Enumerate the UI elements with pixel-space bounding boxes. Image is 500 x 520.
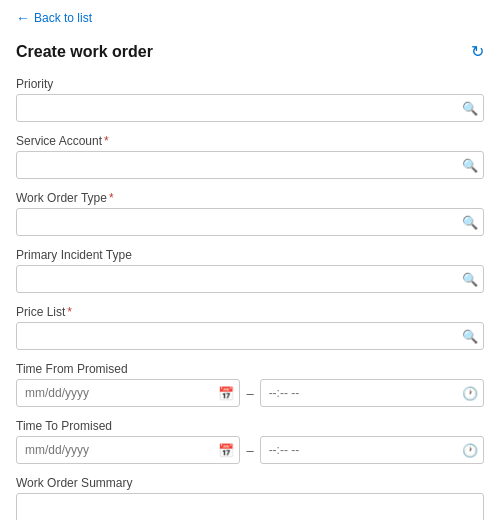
work-order-type-input-wrapper: 🔍 — [16, 208, 484, 236]
page-header: Create work order ↻ — [16, 42, 484, 61]
priority-label: Priority — [16, 77, 484, 91]
primary-incident-type-input-wrapper: 🔍 — [16, 265, 484, 293]
time-from-promised-dash: – — [246, 386, 253, 407]
time-to-promised-dash: – — [246, 443, 253, 464]
work-order-type-required: * — [109, 191, 114, 205]
service-account-input-wrapper: 🔍 — [16, 151, 484, 179]
back-arrow-icon: ← — [16, 10, 30, 26]
time-to-promised-time-wrapper: 🕐 — [260, 436, 484, 464]
work-order-summary-wrapper: ⤡ — [16, 493, 484, 520]
back-link[interactable]: ← Back to list — [16, 10, 484, 26]
time-from-promised-date-wrapper: 📅 — [16, 379, 240, 407]
work-order-type-field-group: Work Order Type* 🔍 — [16, 191, 484, 236]
service-account-required: * — [104, 134, 109, 148]
time-to-promised-date-wrapper: 📅 — [16, 436, 240, 464]
time-to-promised-date-input[interactable] — [16, 436, 240, 464]
work-order-type-label: Work Order Type* — [16, 191, 484, 205]
time-from-promised-date-input[interactable] — [16, 379, 240, 407]
work-order-type-input[interactable] — [16, 208, 484, 236]
time-to-promised-date-group: 📅 — [16, 436, 240, 464]
time-to-promised-field-group: Time To Promised 📅 – 🕐 — [16, 419, 484, 464]
time-from-promised-time-group: 🕐 — [260, 379, 484, 407]
priority-field-group: Priority 🔍 — [16, 77, 484, 122]
time-from-promised-field-group: Time From Promised 📅 – 🕐 — [16, 362, 484, 407]
time-from-promised-row: 📅 – 🕐 — [16, 379, 484, 407]
primary-incident-type-input[interactable] — [16, 265, 484, 293]
time-to-promised-row: 📅 – 🕐 — [16, 436, 484, 464]
create-work-order-page: ← Back to list Create work order ↻ Prior… — [0, 0, 500, 520]
time-to-promised-label: Time To Promised — [16, 419, 484, 433]
page-title: Create work order — [16, 43, 153, 61]
time-to-promised-time-input[interactable] — [260, 436, 484, 464]
priority-input[interactable] — [16, 94, 484, 122]
price-list-input[interactable] — [16, 322, 484, 350]
work-order-summary-textarea[interactable] — [16, 493, 484, 520]
service-account-input[interactable] — [16, 151, 484, 179]
work-order-summary-label: Work Order Summary — [16, 476, 484, 490]
price-list-field-group: Price List* 🔍 — [16, 305, 484, 350]
service-account-field-group: Service Account* 🔍 — [16, 134, 484, 179]
price-list-input-wrapper: 🔍 — [16, 322, 484, 350]
time-from-promised-date-group: 📅 — [16, 379, 240, 407]
priority-input-wrapper: 🔍 — [16, 94, 484, 122]
primary-incident-type-label: Primary Incident Type — [16, 248, 484, 262]
price-list-label: Price List* — [16, 305, 484, 319]
service-account-label: Service Account* — [16, 134, 484, 148]
time-from-promised-label: Time From Promised — [16, 362, 484, 376]
time-from-promised-time-wrapper: 🕐 — [260, 379, 484, 407]
time-to-promised-time-group: 🕐 — [260, 436, 484, 464]
work-order-summary-field-group: Work Order Summary ⤡ — [16, 476, 484, 520]
back-link-text: Back to list — [34, 11, 92, 25]
refresh-icon[interactable]: ↻ — [471, 42, 484, 61]
primary-incident-type-field-group: Primary Incident Type 🔍 — [16, 248, 484, 293]
time-from-promised-time-input[interactable] — [260, 379, 484, 407]
price-list-required: * — [67, 305, 72, 319]
